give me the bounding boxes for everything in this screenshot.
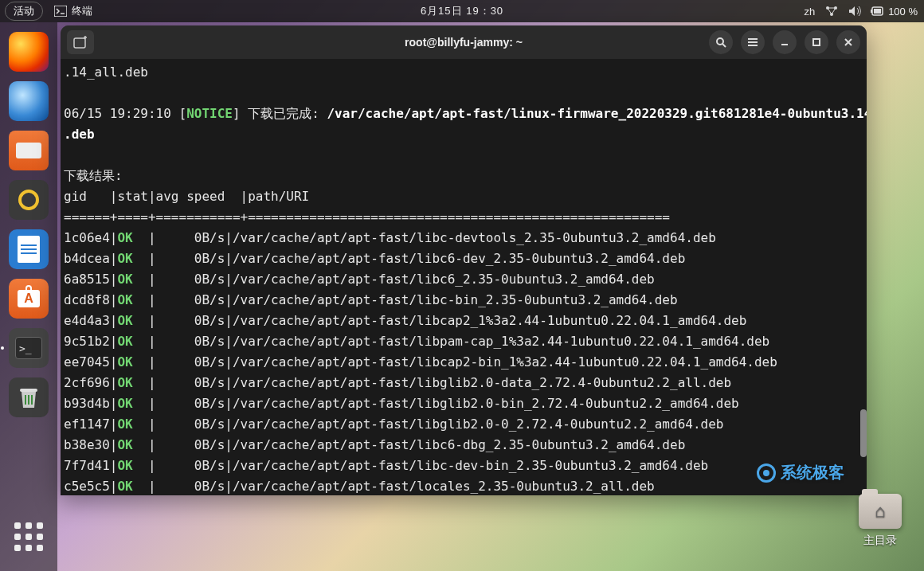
terminal-line: .deb	[64, 124, 863, 145]
svg-rect-0	[54, 6, 67, 17]
download-row: ef1147|OK | 0B/s|/var/cache/apt/apt-fast…	[64, 414, 863, 435]
svg-rect-6	[871, 10, 872, 13]
download-row: b38e30|OK | 0B/s|/var/cache/apt/apt-fast…	[64, 435, 863, 456]
download-row: 1c06e4|OK | 0B/s|/var/cache/apt/apt-fast…	[64, 228, 863, 248]
clock[interactable]: 6月15日 19：30	[421, 4, 503, 18]
desktop-home-folder[interactable]: ⌂ 主目录	[859, 494, 902, 548]
download-row: b4dcea|OK | 0B/s|/var/cache/apt/apt-fast…	[64, 248, 863, 269]
download-row: c5e5c5|OK | 0B/s|/var/cache/apt/apt-fast…	[64, 476, 863, 495]
download-row: 2cf696|OK | 0B/s|/var/cache/apt/apt-fast…	[64, 373, 863, 393]
terminal-line: .14_all.deb	[64, 62, 863, 83]
folder-icon: ⌂	[859, 494, 902, 529]
svg-point-9	[717, 38, 723, 45]
scrollbar-thumb[interactable]	[860, 409, 867, 457]
download-row: 7f7d41|OK | 0B/s|/var/cache/apt/apt-fast…	[64, 456, 863, 476]
watermark-text: 系统极客	[781, 462, 844, 483]
svg-rect-7	[20, 389, 37, 392]
minimize-button[interactable]	[773, 30, 797, 54]
show-applications-icon[interactable]	[9, 517, 49, 557]
ime-indicator[interactable]: zh	[804, 6, 815, 18]
download-row: 6a8515|OK | 0B/s|/var/cache/apt/apt-fast…	[64, 269, 863, 290]
dock: A >_	[0, 22, 57, 571]
terminal-line: gid |stat|avg speed |path/URI	[64, 186, 863, 207]
menu-button[interactable]	[741, 30, 765, 54]
terminal-icon	[54, 6, 67, 17]
rhythmbox-icon[interactable]	[9, 180, 49, 220]
volume-icon[interactable]	[848, 6, 861, 17]
app-menu[interactable]: 终端	[54, 4, 92, 18]
download-row: ee7045|OK | 0B/s|/var/cache/apt/apt-fast…	[64, 352, 863, 373]
download-row: b93d4b|OK | 0B/s|/var/cache/apt/apt-fast…	[64, 393, 863, 414]
battery-icon	[871, 6, 885, 16]
search-button[interactable]	[709, 30, 733, 54]
download-row: dcd8f8|OK | 0B/s|/var/cache/apt/apt-fast…	[64, 290, 863, 311]
svg-rect-8	[74, 38, 85, 48]
terminal-window: root@billyfu-jammy: ~ .14_all.deb 06/15 …	[61, 25, 867, 495]
watermark-icon	[757, 463, 776, 483]
terminal-output[interactable]: .14_all.deb 06/15 19:29:10 [NOTICE] 下载已完…	[61, 59, 867, 495]
files-icon[interactable]	[9, 131, 49, 170]
terminal-dock-icon[interactable]: >_	[9, 328, 49, 368]
system-tray[interactable]: zh 100 %	[804, 5, 918, 18]
battery-percent: 100 %	[888, 6, 918, 18]
terminal-line	[64, 145, 863, 166]
thunderbird-icon[interactable]	[9, 81, 49, 121]
activities-button[interactable]: 活动	[5, 2, 43, 21]
terminal-line: ======+====+===========+================…	[64, 207, 863, 228]
terminal-line	[64, 83, 863, 104]
download-row: 9c51b2|OK | 0B/s|/var/cache/apt/apt-fast…	[64, 331, 863, 352]
download-row: e4d4a3|OK | 0B/s|/var/cache/apt/apt-fast…	[64, 311, 863, 331]
trash-icon[interactable]	[9, 377, 49, 417]
terminal-line: 06/15 19:29:10 [NOTICE] 下载已完成: /var/cach…	[64, 104, 863, 124]
svg-rect-5	[874, 9, 881, 14]
ubuntu-software-icon[interactable]: A	[9, 279, 49, 319]
window-title: root@billyfu-jammy: ~	[405, 36, 523, 49]
new-tab-button[interactable]	[67, 30, 94, 54]
titlebar[interactable]: root@billyfu-jammy: ~	[61, 25, 867, 59]
terminal-line: 下载结果:	[64, 166, 863, 186]
app-menu-label: 终端	[72, 4, 92, 18]
libreoffice-writer-icon[interactable]	[9, 229, 49, 269]
close-button[interactable]	[836, 30, 860, 54]
maximize-button[interactable]	[805, 30, 828, 54]
battery-indicator[interactable]: 100 %	[871, 6, 918, 18]
firefox-icon[interactable]	[9, 32, 49, 72]
network-icon[interactable]	[824, 5, 839, 18]
desktop-icon-label: 主目录	[859, 534, 902, 548]
watermark: 系统极客	[757, 462, 844, 483]
top-panel: 活动 终端 6月15日 19：30 zh 100 %	[0, 0, 924, 22]
svg-rect-10	[813, 39, 820, 45]
